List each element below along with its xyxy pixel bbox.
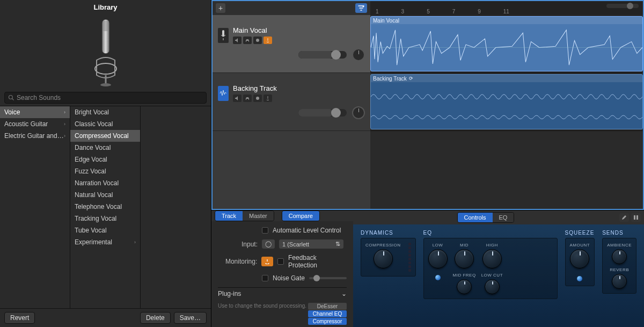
plugins-heading: Plug-ins xyxy=(218,290,241,297)
noise-gate-checkbox[interactable] xyxy=(262,275,268,281)
preset-item[interactable]: Natural Vocal xyxy=(70,189,140,201)
tab-eq[interactable]: EQ xyxy=(493,213,514,222)
tab-track[interactable]: Track xyxy=(215,211,243,221)
preset-item[interactable]: Experimental› xyxy=(70,236,140,248)
monitor-icon xyxy=(264,259,270,264)
svg-point-11 xyxy=(256,97,259,100)
monitoring-label: Monitoring: xyxy=(218,258,257,265)
track-lane[interactable]: Backing Track⟳ xyxy=(370,73,643,131)
track-header-list: + Main Vocal xyxy=(211,0,370,210)
save-button[interactable]: Save… xyxy=(174,312,207,324)
track-header[interactable]: Main Vocal xyxy=(213,15,370,73)
monitoring-toggle[interactable] xyxy=(261,257,273,266)
search-input[interactable]: Search Sounds xyxy=(4,92,207,104)
category-column: Voice› Acoustic Guitar› Electric Guitar … xyxy=(0,106,70,308)
plugins-hint: Use to change the sound processing. xyxy=(218,303,306,309)
noise-gate-slider[interactable] xyxy=(309,277,347,279)
audio-region[interactable]: Main Vocal xyxy=(370,16,643,71)
record-enable-button[interactable] xyxy=(253,95,262,102)
chevron-down-icon[interactable]: ⌄ xyxy=(341,290,347,297)
chevron-right-icon: › xyxy=(64,110,65,115)
squeeze-amount-knob[interactable] xyxy=(570,249,589,268)
input-channel-button[interactable]: ◯ xyxy=(262,239,275,249)
svg-point-2 xyxy=(95,63,116,74)
plugin-slot[interactable]: Compressor xyxy=(308,318,347,325)
tab-controls[interactable]: Controls xyxy=(458,213,493,222)
preset-item[interactable]: Tracking Vocal xyxy=(70,213,140,224)
audio-track-icon xyxy=(218,86,229,101)
plugin-slot[interactable]: DeEsser xyxy=(308,303,347,310)
svg-rect-1 xyxy=(103,20,108,31)
arrange-area[interactable]: 1357911 Main Vocal Backing xyxy=(370,0,644,210)
edit-button[interactable] xyxy=(619,213,629,222)
volume-slider[interactable] xyxy=(298,109,347,117)
tab-master[interactable]: Master xyxy=(243,211,274,221)
reverb-send-knob[interactable] xyxy=(612,274,627,289)
delete-button[interactable]: Delete xyxy=(140,312,171,324)
preset-item[interactable]: Classic Vocal xyxy=(70,118,140,130)
fx-panel: DYNAMICS COMPRESSION EQ LOW MID HIG xyxy=(353,224,644,327)
library-preset-image xyxy=(0,14,211,90)
squeeze-bypass-led[interactable] xyxy=(577,276,582,281)
timeline-ruler[interactable]: 1357911 xyxy=(370,1,643,15)
auto-level-checkbox[interactable] xyxy=(262,227,268,234)
pencil-icon xyxy=(621,215,627,220)
solo-button[interactable] xyxy=(243,95,252,102)
eq-midfreq-knob[interactable] xyxy=(457,279,472,294)
inspector-button[interactable] xyxy=(631,213,641,222)
search-icon xyxy=(8,95,14,101)
preset-item[interactable]: Tube Vocal xyxy=(70,224,140,236)
eq-high-knob[interactable] xyxy=(482,249,502,268)
monitor-icon xyxy=(265,96,270,101)
region-name: Backing Track xyxy=(373,76,407,82)
pan-knob[interactable] xyxy=(352,106,365,119)
track-lane[interactable]: Main Vocal xyxy=(370,15,643,73)
feedback-label: Feedback Protection xyxy=(288,254,347,269)
category-voice[interactable]: Voice› xyxy=(0,106,70,118)
svg-rect-12 xyxy=(634,215,635,220)
solo-button[interactable] xyxy=(243,37,252,44)
chevron-right-icon: › xyxy=(64,121,65,127)
preset-item[interactable]: Compressed Vocal xyxy=(70,130,140,142)
mute-button[interactable] xyxy=(233,37,241,44)
track-name: Main Vocal xyxy=(233,26,272,34)
add-track-button[interactable]: + xyxy=(216,3,225,13)
feedback-checkbox[interactable] xyxy=(277,258,284,265)
input-monitor-button[interactable] xyxy=(264,37,272,44)
horizontal-zoom-slider[interactable] xyxy=(606,4,639,8)
category-acoustic-guitar[interactable]: Acoustic Guitar› xyxy=(0,118,70,130)
gain-reduction-meter xyxy=(406,243,411,272)
compare-button[interactable]: Compare xyxy=(282,211,319,221)
pan-knob[interactable] xyxy=(352,48,365,61)
eq-low-knob[interactable] xyxy=(428,249,448,268)
input-monitor-button[interactable] xyxy=(264,95,272,102)
input-select[interactable]: 1 (Scarlett⇅ xyxy=(279,239,343,249)
preset-item[interactable]: Fuzz Vocal xyxy=(70,165,140,177)
eq-lowcut-knob[interactable] xyxy=(485,279,500,294)
chevron-right-icon: › xyxy=(134,239,136,245)
preset-item[interactable]: Telephone Vocal xyxy=(70,201,140,213)
filter-tracks-button[interactable] xyxy=(355,3,367,13)
mute-button[interactable] xyxy=(233,95,241,102)
svg-point-5 xyxy=(9,96,13,99)
volume-slider[interactable] xyxy=(298,51,347,59)
revert-button[interactable]: Revert xyxy=(4,312,35,324)
record-enable-button[interactable] xyxy=(253,37,262,44)
track-header[interactable]: Backing Track xyxy=(213,73,370,131)
preset-item[interactable]: Edge Vocal xyxy=(70,154,140,165)
svg-rect-13 xyxy=(636,215,638,220)
ambience-send-knob[interactable] xyxy=(612,249,627,264)
audio-region[interactable]: Backing Track⟳ xyxy=(370,74,643,129)
svg-point-7 xyxy=(363,6,364,8)
eq-bypass-led[interactable] xyxy=(435,275,441,280)
updown-icon: ⇅ xyxy=(335,241,340,248)
fx-section-title: EQ xyxy=(423,230,558,236)
waveform-icon xyxy=(371,82,642,129)
eq-mid-knob[interactable] xyxy=(455,249,474,268)
preset-item[interactable]: Dance Vocal xyxy=(70,142,140,154)
preset-item[interactable]: Bright Vocal xyxy=(70,106,140,118)
preset-item[interactable]: Narration Vocal xyxy=(70,177,140,189)
compression-knob[interactable] xyxy=(374,249,393,268)
plugin-slot[interactable]: Channel EQ xyxy=(308,310,347,317)
category-electric-guitar[interactable]: Electric Guitar and…› xyxy=(0,130,70,142)
